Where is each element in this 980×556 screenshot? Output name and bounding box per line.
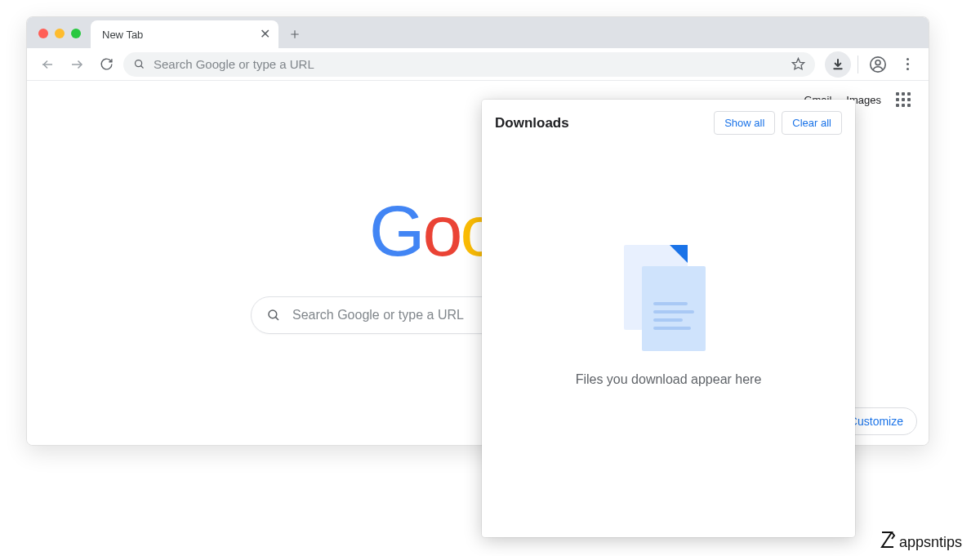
clear-all-button[interactable]: Clear all [782, 111, 842, 135]
search-placeholder: Search Google or type a URL [292, 308, 464, 322]
customize-label: Customize [849, 415, 903, 428]
downloads-title: Downloads [495, 115, 707, 131]
new-tab-button[interactable] [283, 23, 306, 46]
search-icon [266, 308, 281, 322]
download-arrow-icon [831, 58, 844, 71]
profile-button[interactable] [865, 51, 891, 78]
tab-strip: New Tab ✕ [27, 17, 929, 48]
show-all-button[interactable]: Show all [714, 111, 775, 135]
svg-line-11 [275, 317, 278, 320]
downloads-header: Downloads Show all Clear all [482, 100, 855, 143]
tab-title: New Tab [102, 29, 143, 41]
bookmark-star-icon[interactable] [791, 57, 805, 71]
toolbar: Search Google or type a URL [27, 48, 929, 81]
maximize-window-button[interactable] [71, 29, 81, 38]
reload-button[interactable] [94, 52, 118, 77]
arrow-right-icon [69, 57, 84, 72]
back-button[interactable] [35, 52, 60, 77]
empty-documents-icon [624, 245, 714, 351]
address-bar[interactable]: Search Google or type a URL [123, 52, 815, 77]
toolbar-right [825, 51, 920, 78]
search-icon [133, 58, 145, 70]
minimize-window-button[interactable] [55, 29, 65, 38]
watermark: appsntips [880, 530, 962, 551]
watermark-text: appsntips [899, 534, 962, 551]
close-window-button[interactable] [38, 29, 48, 38]
watermark-icon [880, 530, 896, 549]
close-tab-icon[interactable]: ✕ [260, 28, 270, 41]
downloads-popup: Downloads Show all Clear all Files you d… [482, 100, 855, 537]
user-icon [869, 56, 887, 73]
svg-line-5 [141, 66, 144, 69]
menu-button[interactable] [894, 51, 920, 78]
browser-tab[interactable]: New Tab ✕ [91, 20, 278, 48]
svg-point-4 [136, 60, 142, 67]
kebab-icon [906, 58, 909, 70]
downloads-body: Files you download appear here [482, 143, 855, 537]
downloads-button[interactable] [825, 51, 851, 78]
apps-grid-icon[interactable] [896, 92, 911, 107]
svg-point-10 [269, 310, 277, 318]
window-controls [38, 29, 81, 38]
address-bar-placeholder: Search Google or type a URL [154, 57, 783, 71]
plus-icon [289, 29, 301, 40]
reload-icon [100, 57, 114, 71]
arrow-left-icon [40, 57, 55, 72]
svg-point-9 [875, 60, 880, 64]
forward-button[interactable] [65, 52, 89, 77]
svg-marker-6 [792, 58, 804, 69]
separator [858, 56, 858, 73]
downloads-empty-text: Files you download appear here [576, 372, 762, 387]
